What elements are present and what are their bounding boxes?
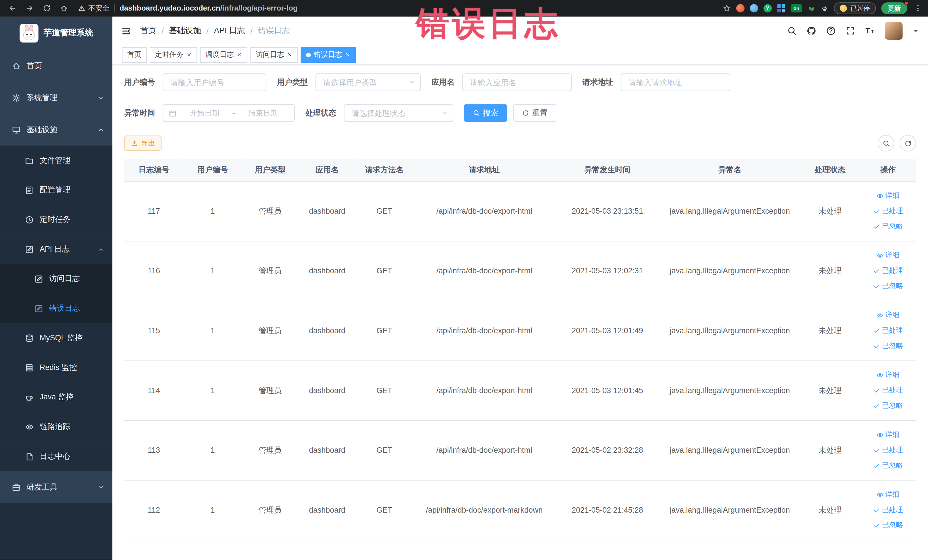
row-action-processed[interactable]: 已处理 — [873, 445, 903, 455]
date-range-picker[interactable]: - — [163, 104, 295, 122]
row-action-ignored[interactable]: 已忽略 — [873, 341, 903, 351]
process-status-select[interactable] — [344, 104, 453, 122]
sidebar-item-java-monitor[interactable]: Java 监控 — [0, 382, 112, 412]
extension-drop-icon[interactable] — [750, 4, 758, 12]
sidebar-item-redis-monitor[interactable]: Redis 监控 — [0, 352, 112, 382]
cell-exception-time: 2021-05-03 12:01:45 — [556, 360, 659, 420]
github-icon[interactable] — [807, 26, 816, 35]
row-action-detail[interactable]: 详细 — [876, 430, 899, 439]
close-icon[interactable] — [287, 52, 292, 58]
end-date-input[interactable] — [237, 109, 289, 117]
sidebar-item-infrastructure[interactable]: 基础设施 — [0, 113, 112, 145]
update-label: 更新 — [888, 4, 901, 12]
request-url-input[interactable] — [621, 73, 730, 91]
row-action-processed[interactable]: 已处理 — [873, 206, 903, 216]
row-action-label: 已忽略 — [882, 281, 903, 291]
search-icon[interactable] — [787, 26, 797, 35]
extension-on-badge-icon[interactable]: on — [791, 4, 802, 12]
cell-process-status: 未处理 — [800, 241, 860, 301]
sidebar-item-mysql-monitor[interactable]: MySQL 监控 — [0, 323, 112, 353]
row-action-ignored[interactable]: 已忽略 — [873, 281, 903, 291]
close-icon[interactable] — [186, 52, 192, 58]
avatar[interactable] — [885, 22, 903, 40]
tab-error-log[interactable]: 错误日志 — [301, 47, 356, 63]
row-action-processed[interactable]: 已处理 — [873, 325, 903, 336]
sidebar-item-dev-tools[interactable]: 研发工具 — [0, 471, 112, 503]
sidebar-item-api-logs[interactable]: API 日志 — [0, 235, 112, 264]
toggle-search-button[interactable] — [878, 135, 894, 151]
app-title: 芋道管理系统 — [43, 28, 93, 38]
row-action-detail[interactable]: 详细 — [876, 370, 899, 380]
row-action-processed[interactable]: 已处理 — [873, 385, 903, 395]
row-action-ignored[interactable]: 已忽略 — [873, 401, 903, 411]
reload-icon[interactable] — [40, 2, 53, 15]
row-action-processed[interactable]: 已处理 — [873, 266, 903, 276]
security-indicator[interactable]: 不安全 — [78, 3, 110, 13]
tab-job-log[interactable]: 调度日志 — [200, 47, 247, 63]
tab-scheduled-tasks[interactable]: 定时任务 — [150, 47, 197, 63]
sidebar-item-label: MySQL 监控 — [40, 333, 82, 343]
address-bar[interactable]: 不安全 dashboard.yudao.iocoder.cn/infra/log… — [78, 3, 298, 13]
export-button[interactable]: 导出 — [124, 136, 162, 151]
app-logo[interactable]: 芋道管理系统 — [0, 17, 112, 50]
tab-home[interactable]: 首页 — [122, 47, 147, 63]
sidebar-item-access-log[interactable]: 访问日志 — [0, 264, 112, 293]
breadcrumb-item[interactable]: 首页 — [140, 25, 156, 36]
profile-paused-badge[interactable]: 已暂停 — [834, 2, 876, 14]
sidebar-item-tracing[interactable]: 链路追踪 — [0, 412, 112, 442]
breadcrumb-item[interactable]: 基础设施 — [169, 25, 201, 36]
back-icon[interactable] — [6, 2, 19, 15]
row-action-detail[interactable]: 详细 — [876, 490, 899, 499]
sidebar-item-scheduled-tasks[interactable]: 定时任务 — [0, 205, 112, 235]
user-id-input[interactable] — [163, 73, 266, 91]
download-icon — [131, 140, 138, 147]
sidebar-item-file-management[interactable]: 文件管理 — [0, 145, 112, 175]
help-icon[interactable] — [826, 26, 836, 35]
extension-y-icon[interactable]: Y — [763, 4, 772, 12]
font-size-icon[interactable]: TT — [865, 26, 875, 35]
refresh-button[interactable] — [899, 135, 916, 151]
row-action-detail[interactable]: 详细 — [876, 250, 899, 261]
cell-method-name: GET — [356, 181, 414, 241]
browser-update-button[interactable]: 更新 — [881, 2, 907, 14]
user-type-select[interactable] — [316, 73, 421, 91]
sidebar-item-config-management[interactable]: 配置管理 — [0, 175, 112, 205]
extension-grid-icon[interactable] — [777, 4, 785, 12]
exception-time-label: 异常时间 — [124, 108, 155, 118]
app-name-input[interactable] — [462, 73, 572, 91]
row-action-ignored[interactable]: 已忽略 — [873, 461, 903, 470]
browser-menu-icon[interactable] — [914, 4, 922, 12]
sidebar-item-error-log[interactable]: 错误日志 — [0, 293, 112, 323]
row-action-ignored[interactable]: 已忽略 — [873, 520, 903, 530]
sidebar-item-system-management[interactable]: 系统管理 — [0, 82, 112, 113]
extension-red-icon[interactable] — [736, 4, 745, 12]
cell-exception-time: 2021-05-03 12:02:31 — [556, 241, 659, 301]
start-date-input[interactable] — [179, 109, 230, 117]
search-button[interactable]: 搜索 — [464, 104, 507, 122]
fullscreen-icon[interactable] — [846, 26, 855, 35]
bookmark-star-icon[interactable] — [723, 4, 731, 12]
url-text[interactable]: dashboard.yudao.iocoder.cn/infra/log/api… — [119, 4, 298, 12]
browser-home-icon[interactable] — [57, 2, 70, 15]
row-action-detail[interactable]: 详细 — [876, 191, 899, 201]
row-action-processed[interactable]: 已处理 — [873, 505, 903, 515]
sidebar-collapse-icon[interactable] — [121, 26, 131, 36]
column-header-user-type: 用户类型 — [242, 159, 299, 181]
chevron-up-icon — [98, 127, 104, 133]
search-icon — [882, 139, 890, 147]
tab-access-log[interactable]: 访问日志 — [250, 47, 298, 63]
close-icon[interactable] — [345, 52, 351, 58]
row-action-label: 已忽略 — [882, 520, 903, 530]
extension-leaf-icon[interactable] — [807, 4, 816, 12]
reset-button[interactable]: 重置 — [513, 104, 556, 122]
extension-paw-icon[interactable] — [821, 5, 829, 12]
caret-down-icon[interactable] — [913, 27, 919, 34]
sidebar-item-home[interactable]: 首页 — [0, 50, 112, 82]
cell-method-name: GET — [356, 241, 414, 301]
sidebar-item-log-center[interactable]: 日志中心 — [0, 442, 112, 471]
row-action-detail[interactable]: 详细 — [876, 310, 899, 320]
row-action-ignored[interactable]: 已忽略 — [873, 221, 903, 231]
close-icon[interactable] — [237, 52, 242, 58]
forward-icon[interactable] — [23, 2, 36, 15]
breadcrumb-item[interactable]: API 日志 — [214, 25, 245, 36]
